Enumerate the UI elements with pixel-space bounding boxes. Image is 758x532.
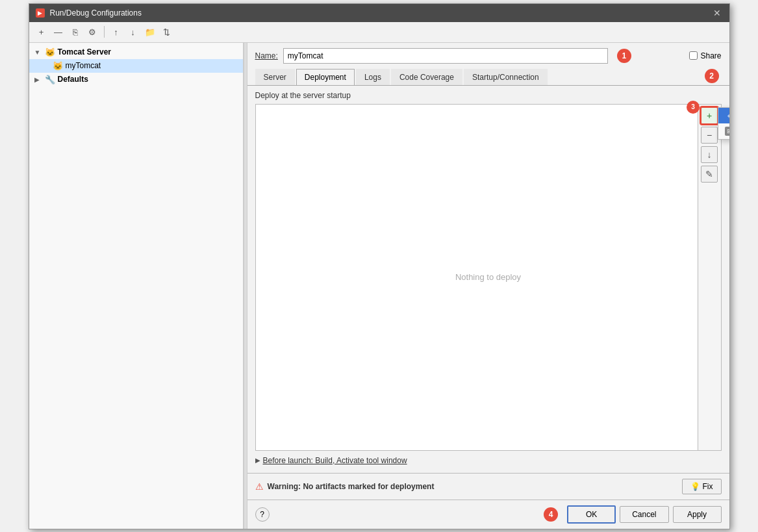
tab-server[interactable]: Server [255, 69, 295, 85]
toolbar: + — ⎘ ⚙ ↑ ↓ 📁 ⇅ [29, 22, 729, 43]
move-down-button[interactable]: ↓ [126, 25, 140, 39]
tab-deployment[interactable]: Deployment [296, 69, 355, 85]
fix-icon: 💡 [690, 482, 700, 491]
name-input[interactable] [283, 48, 608, 64]
tree-item-tomcat-server[interactable]: ▼ 🐱 Tomcat Server [29, 45, 243, 59]
external-source-icon: ⊞ [725, 127, 729, 136]
add-deploy-button[interactable]: + [701, 107, 718, 124]
tree-item-defaults[interactable]: ▶ 🔧 Defaults [29, 73, 243, 86]
name-label: Name: [255, 51, 278, 60]
defaults-label: Defaults [58, 75, 88, 84]
dropdown-artifact[interactable]: ◈ Artifact... [718, 108, 729, 123]
tree-toggle-defaults: ▶ [34, 76, 42, 83]
deploy-sidebar: + 3 ◈ Artifact... ⊞ External Sou [698, 105, 721, 450]
nothing-to-deploy-label: Nothing to deploy [256, 105, 721, 450]
artifact-icon: ◈ [725, 111, 729, 120]
add-deploy-container: + 3 ◈ Artifact... ⊞ External Sou [701, 107, 718, 124]
warning-area: ⚠ Warning: No artifacts marked for deplo… [255, 481, 682, 492]
fix-button[interactable]: 💡 Fix [682, 479, 722, 494]
dialog-title: Run/Debug Configurations [50, 8, 142, 18]
move-up-button[interactable]: ↑ [109, 25, 123, 39]
dropdown-external-source[interactable]: ⊞ External Source... [718, 123, 729, 139]
title-bar: ▶ Run/Debug Configurations ✕ [29, 4, 729, 22]
defaults-icon: 🔧 [45, 75, 55, 84]
cancel-button[interactable]: Cancel [620, 506, 668, 523]
remove-config-button[interactable]: — [51, 25, 66, 39]
right-panel: Name: 1 Share Server Deployment Logs Cod… [247, 43, 729, 529]
tab-code-coverage[interactable]: Code Coverage [391, 69, 462, 85]
separator1 [104, 26, 105, 38]
run-debug-dialog: ▶ Run/Debug Configurations ✕ + — ⎘ ⚙ ↑ ↓… [29, 3, 730, 529]
move-down-deploy-button[interactable]: ↓ [701, 146, 718, 163]
share-label: Share [700, 51, 721, 60]
tab-content-deployment: Deploy at the server startup Nothing to … [247, 86, 729, 473]
tab-logs[interactable]: Logs [356, 69, 390, 85]
config-tree: ▼ 🐱 Tomcat Server 🐱 myTomcat ▶ 🔧 Default… [29, 43, 244, 529]
before-launch-section: ▶ Before launch: Build, Activate tool wi… [255, 451, 722, 468]
apply-button[interactable]: Apply [673, 506, 722, 523]
before-launch-expand-icon: ▶ [255, 457, 260, 464]
main-content: ▼ 🐱 Tomcat Server 🐱 myTomcat ▶ 🔧 Default… [29, 43, 729, 529]
action-buttons: ? 4 OK Cancel Apply [247, 500, 729, 529]
tree-toggle-tomcat: ▼ [34, 49, 42, 56]
warning-text: Warning: No artifacts marked for deploym… [268, 482, 435, 491]
dialog-icon: ▶ [36, 8, 45, 18]
title-bar-left: ▶ Run/Debug Configurations [36, 8, 142, 18]
copy-config-button[interactable]: ⎘ [68, 25, 82, 39]
close-button[interactable]: ✕ [711, 7, 723, 19]
sort-button[interactable]: ⇅ [160, 25, 174, 39]
before-launch-label: Before launch: Build, Activate tool wind… [263, 456, 407, 465]
help-button[interactable]: ? [255, 507, 270, 522]
settings-config-button[interactable]: ⚙ [85, 25, 99, 39]
add-config-button[interactable]: + [34, 25, 49, 39]
name-row: Name: 1 Share [247, 43, 729, 69]
warning-bar: ⚠ Warning: No artifacts marked for deplo… [247, 473, 729, 500]
tabs-bar: Server Deployment Logs Code Coverage Sta… [247, 69, 729, 86]
fix-label: Fix [703, 482, 713, 491]
tomcat-icon: 🐱 [45, 47, 55, 57]
deploy-at-startup-label: Deploy at the server startup [255, 91, 722, 100]
annotation-badge-2: 2 [705, 69, 719, 83]
tab-startup-connection[interactable]: Startup/Connection [464, 69, 548, 85]
warning-icon: ⚠ [255, 481, 264, 492]
tree-item-mytomcat[interactable]: 🐱 myTomcat [29, 59, 243, 73]
add-deploy-dropdown: ◈ Artifact... ⊞ External Source... [718, 107, 729, 140]
ok-button[interactable]: OK [567, 505, 616, 524]
folder-button[interactable]: 📁 [143, 25, 157, 39]
edit-deploy-button[interactable]: ✎ [701, 166, 718, 183]
annotation-badge-1: 1 [617, 49, 631, 63]
mytomcat-label: myTomcat [66, 61, 101, 70]
share-checkbox-area: Share [689, 51, 721, 60]
mytomcat-icon: 🐱 [53, 61, 63, 71]
before-launch-toggle[interactable]: ▶ Before launch: Build, Activate tool wi… [255, 456, 722, 465]
tomcat-server-label: Tomcat Server [58, 47, 111, 57]
annotation-badge-3: 3 [687, 101, 700, 114]
annotation-badge-4: 4 [544, 507, 558, 522]
share-checkbox[interactable] [689, 51, 698, 60]
deploy-area: Nothing to deploy + 3 ◈ Artifact... [255, 104, 722, 451]
remove-deploy-button[interactable]: − [701, 127, 718, 144]
